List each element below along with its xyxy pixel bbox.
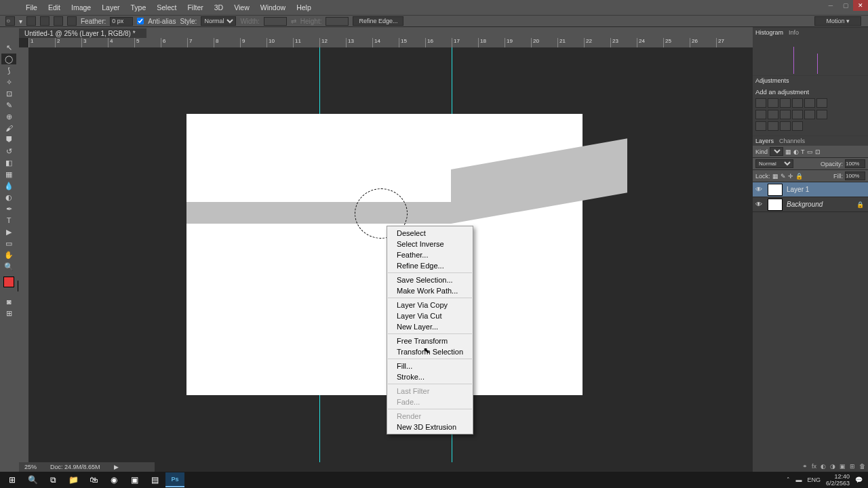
menu-select[interactable]: Select: [151, 2, 182, 13]
ctx-feather-[interactable]: Feather...: [387, 249, 473, 260]
visibility-icon[interactable]: 👁: [755, 186, 764, 193]
filter-smart-icon[interactable]: ⊡: [815, 148, 821, 155]
eraser-tool[interactable]: ◧: [1, 157, 16, 168]
adj-chmix-icon[interactable]: [780, 110, 791, 119]
kind-select[interactable]: [770, 147, 783, 156]
menu-image[interactable]: Image: [66, 2, 96, 13]
adj-hue-icon[interactable]: [816, 98, 827, 108]
adj-poster-icon[interactable]: [816, 110, 827, 119]
explorer-icon[interactable]: 📁: [64, 472, 83, 487]
layer-name[interactable]: Background: [787, 201, 823, 208]
fill-adj-icon[interactable]: ◑: [830, 463, 835, 470]
adj-brightness-icon[interactable]: [755, 98, 766, 108]
crop-tool[interactable]: ⊡: [1, 88, 16, 99]
history-brush-tool[interactable]: ↺: [1, 146, 16, 157]
ctx-layer-via-cut[interactable]: Layer Via Cut: [387, 310, 473, 321]
maximize-button[interactable]: ▢: [838, 0, 853, 11]
fx-icon[interactable]: fx: [812, 463, 816, 470]
lasso-tool[interactable]: ⟆: [1, 65, 16, 76]
store-icon[interactable]: 🛍: [84, 472, 103, 487]
fill-input[interactable]: [845, 171, 865, 180]
shape-tool[interactable]: ▭: [1, 238, 16, 249]
layer-row-1[interactable]: 👁 Layer 1: [753, 182, 868, 197]
app-icon-2[interactable]: ▤: [145, 472, 164, 487]
ctx-fill-[interactable]: Fill...: [387, 361, 473, 371]
photoshop-taskbar-icon[interactable]: Ps: [165, 472, 184, 487]
adj-invert-icon[interactable]: [804, 110, 815, 119]
tab-adjustments[interactable]: Adjustments: [755, 77, 789, 84]
ctx-deselect[interactable]: Deselect: [387, 228, 473, 239]
filter-adj-icon[interactable]: ◐: [793, 148, 799, 155]
lock-trans-icon[interactable]: ▦: [772, 173, 778, 180]
zoom-tool[interactable]: 🔍: [1, 261, 16, 272]
canvas[interactable]: [186, 114, 583, 395]
adj-vibrance-icon[interactable]: [804, 98, 815, 108]
app-icon-1[interactable]: ▣: [125, 472, 144, 487]
menu-layer[interactable]: Layer: [96, 2, 125, 13]
filter-pixel-icon[interactable]: ▦: [785, 148, 791, 155]
tray-chevron-icon[interactable]: ˄: [787, 476, 790, 483]
brush-tool[interactable]: 🖌: [1, 123, 16, 134]
blur-tool[interactable]: 💧: [1, 180, 16, 191]
lock-paint-icon[interactable]: ✎: [781, 173, 786, 180]
menu-file[interactable]: File: [20, 2, 43, 13]
adj-lookup-icon[interactable]: [792, 110, 803, 119]
adj-curves-icon[interactable]: [780, 98, 791, 108]
adj-levels-icon[interactable]: [768, 98, 778, 108]
ctx-new-layer-[interactable]: New Layer...: [387, 321, 473, 332]
quickmask-icon[interactable]: ◙: [1, 296, 16, 307]
lock-pos-icon[interactable]: ✛: [788, 173, 793, 180]
tool-preset-icon[interactable]: ○: [5, 16, 15, 26]
layer-thumb[interactable]: [768, 199, 783, 211]
ctx-layer-via-copy[interactable]: Layer Via Copy: [387, 300, 473, 310]
ctx-refine-edge-[interactable]: Refine Edge...: [387, 260, 473, 271]
layer-name[interactable]: Layer 1: [787, 186, 809, 193]
adj-photo-icon[interactable]: [768, 110, 778, 119]
tab-histogram[interactable]: Histogram: [755, 29, 783, 36]
path-select-tool[interactable]: ▶: [1, 226, 16, 237]
pen-tool[interactable]: ✒: [1, 203, 16, 214]
add-selection-icon[interactable]: [40, 16, 50, 26]
feather-input[interactable]: [110, 17, 133, 26]
minimize-button[interactable]: ─: [823, 0, 838, 11]
style-select[interactable]: Normal: [201, 16, 236, 26]
ctx-new-d-extrusion[interactable]: New 3D Extrusion: [387, 422, 473, 432]
menu-help[interactable]: Help: [291, 2, 317, 13]
type-tool[interactable]: T: [1, 215, 16, 226]
opacity-input[interactable]: [845, 159, 865, 168]
refine-edge-button[interactable]: Refine Edge...: [353, 16, 403, 26]
visibility-icon[interactable]: 👁: [755, 201, 764, 208]
language-indicator[interactable]: ENG: [807, 476, 821, 483]
taskview-icon[interactable]: ⧉: [43, 472, 62, 487]
lock-all-icon[interactable]: 🔒: [795, 173, 803, 180]
filter-shape-icon[interactable]: ▭: [807, 148, 813, 155]
heal-tool[interactable]: ⊕: [1, 111, 16, 122]
motion-dropdown[interactable]: Motion ▾: [814, 16, 861, 26]
zoom-level[interactable]: 25%: [24, 464, 37, 470]
menu-view[interactable]: View: [229, 2, 255, 13]
adj-gradmap-icon[interactable]: [768, 121, 778, 131]
document-tab[interactable]: Untitled-1 @ 25% (Layer 1, RGB/8) *: [19, 28, 146, 38]
close-button[interactable]: ✕: [853, 0, 868, 11]
marquee-tool[interactable]: ◯: [1, 54, 16, 64]
chrome-icon[interactable]: ◉: [104, 472, 123, 487]
tab-channels[interactable]: Channels: [779, 138, 805, 144]
menu-window[interactable]: Window: [255, 2, 291, 13]
adj-selcolor-icon[interactable]: [780, 121, 791, 131]
wand-tool[interactable]: ✧: [1, 77, 16, 87]
eyedropper-tool[interactable]: ✎: [1, 100, 16, 110]
filter-type-icon[interactable]: T: [801, 148, 805, 155]
dodge-tool[interactable]: ◐: [1, 192, 16, 203]
tray-network-icon[interactable]: ▬: [795, 476, 802, 483]
doc-size[interactable]: Doc: 24.9M/8.65M: [50, 464, 100, 470]
layer-thumb[interactable]: [768, 184, 783, 196]
new-layer-icon[interactable]: ⊞: [850, 463, 855, 470]
ctx-save-selection-[interactable]: Save Selection...: [387, 274, 473, 285]
hand-tool[interactable]: ✋: [1, 249, 16, 260]
mask-icon[interactable]: ◐: [821, 463, 826, 470]
menu-edit[interactable]: Edit: [43, 2, 66, 13]
menu-type[interactable]: Type: [125, 2, 151, 13]
notifications-icon[interactable]: 💬: [855, 476, 863, 483]
menu-filter[interactable]: Filter: [182, 2, 208, 13]
foreground-color-swatch[interactable]: [3, 277, 14, 287]
